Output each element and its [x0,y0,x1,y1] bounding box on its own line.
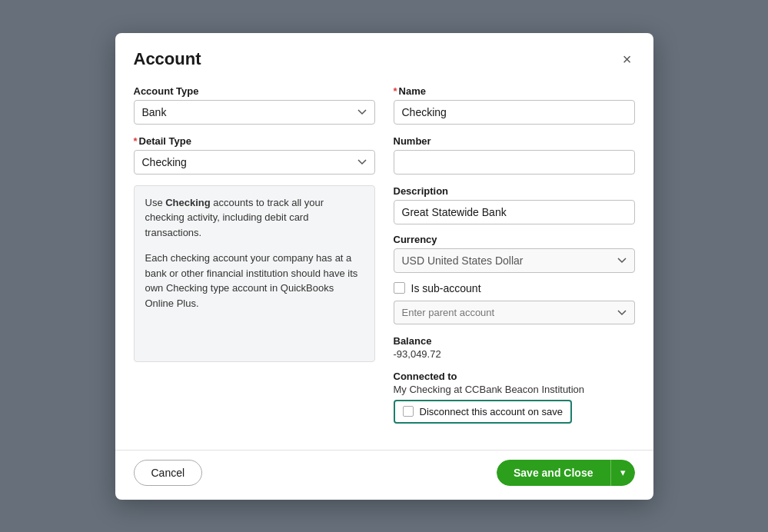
number-col: Number [394,135,635,175]
detail-type-number-row: *Detail Type Checking Savings Money Mark… [134,135,635,175]
disconnect-label: Disconnect this account on save [420,406,563,417]
save-group: Save and Close ▾ [497,460,635,486]
info-text-1: Use Checking accounts to track all your … [145,195,364,241]
description-label: Description [394,185,635,197]
account-type-col: Account Type Bank Accounts Receivable Ot… [134,85,375,125]
modal-body: Account Type Bank Accounts Receivable Ot… [115,79,653,447]
info-description-row: Use Checking accounts to track all your … [134,185,635,424]
currency-label: Currency [394,234,635,245]
balance-value: -93,049.72 [394,348,635,360]
name-col: *Name [394,85,635,125]
number-input[interactable] [394,150,635,175]
parent-account-input[interactable] [394,301,610,324]
connected-to-group: Connected to My Checking at CCBank Beaco… [394,371,635,424]
disconnect-checkbox[interactable] [403,406,414,417]
disconnect-row[interactable]: Disconnect this account on save [394,400,572,424]
save-dropdown-icon: ▾ [620,467,626,478]
name-label: *Name [394,85,635,97]
info-text-2: Each checking account your company has a… [145,251,364,311]
sub-account-row: Is sub-account [394,282,635,294]
account-modal: Account × Account Type Bank Accounts Rec… [115,33,653,500]
detail-type-label: *Detail Type [134,135,375,147]
description-input[interactable] [394,200,635,224]
connected-to-label: Connected to [394,371,635,382]
save-and-close-button[interactable]: Save and Close [497,460,610,486]
modal-footer: Cancel Save and Close ▾ [115,450,653,500]
info-box-col: Use Checking accounts to track all your … [134,185,375,362]
modal-header: Account × [115,33,653,79]
detail-required-star: * [134,135,138,147]
currency-group: Currency USD United States Dollar EUR Eu… [394,234,635,273]
account-type-select[interactable]: Bank Accounts Receivable Other Current A… [134,100,375,125]
currency-select[interactable]: USD United States Dollar EUR Euro GBP Br… [394,248,635,273]
save-dropdown-button[interactable]: ▾ [610,460,635,486]
balance-group: Balance -93,049.72 [394,335,635,360]
chevron-down-icon [617,310,627,316]
number-label: Number [394,135,635,147]
account-type-name-row: Account Type Bank Accounts Receivable Ot… [134,85,635,125]
cancel-button[interactable]: Cancel [134,460,203,486]
sub-account-label: Is sub-account [411,282,481,294]
detail-type-select[interactable]: Checking Savings Money Market [134,150,375,175]
connected-to-value: My Checking at CCBank Beacon Institution [394,384,635,395]
name-input[interactable] [394,100,635,125]
right-col: Description Currency USD United States D… [394,185,635,424]
name-required-star: * [394,85,397,97]
info-box: Use Checking accounts to track all your … [134,185,375,362]
modal-title: Account [134,49,201,69]
parent-account-row [394,301,635,324]
description-group: Description [394,185,635,224]
sub-account-checkbox[interactable] [394,282,405,294]
close-button[interactable]: × [620,48,635,70]
parent-account-dropdown-button[interactable] [610,301,635,324]
balance-label: Balance [394,335,635,347]
detail-type-col: *Detail Type Checking Savings Money Mark… [134,135,375,175]
account-type-label: Account Type [134,85,375,97]
